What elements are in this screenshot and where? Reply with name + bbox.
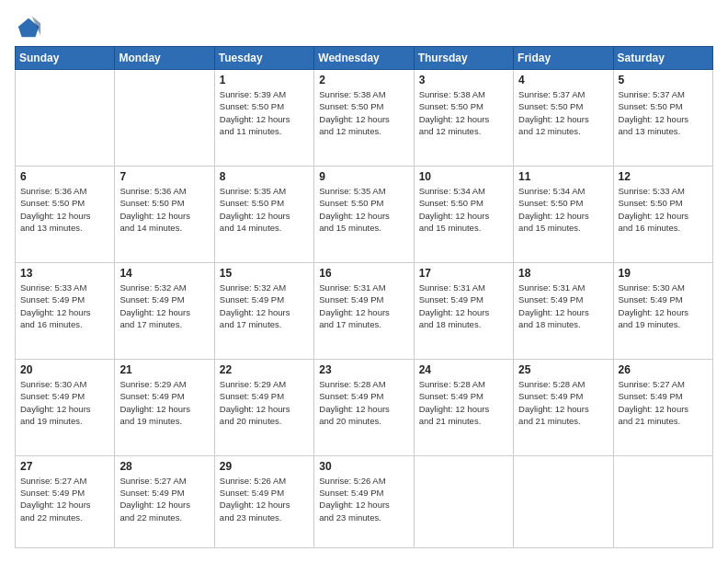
day-cell-16: 16Sunrise: 5:31 AM Sunset: 5:49 PM Dayli… — [314, 262, 414, 359]
day-info: Sunrise: 5:27 AM Sunset: 5:49 PM Dayligh… — [119, 475, 209, 523]
week-row-2: 6Sunrise: 5:36 AM Sunset: 5:50 PM Daylig… — [16, 166, 713, 262]
day-cell-10: 10Sunrise: 5:34 AM Sunset: 5:50 PM Dayli… — [414, 166, 513, 262]
calendar: SundayMondayTuesdayWednesdayThursdayFrid… — [15, 46, 713, 548]
day-header-friday: Friday — [514, 47, 613, 70]
week-row-5: 27Sunrise: 5:27 AM Sunset: 5:49 PM Dayli… — [16, 455, 713, 547]
day-info: Sunrise: 5:29 AM Sunset: 5:49 PM Dayligh… — [119, 378, 209, 427]
day-cell-22: 22Sunrise: 5:29 AM Sunset: 5:49 PM Dayli… — [214, 359, 313, 455]
day-cell-4: 4Sunrise: 5:37 AM Sunset: 5:50 PM Daylig… — [514, 70, 613, 167]
day-cell-29: 29Sunrise: 5:26 AM Sunset: 5:49 PM Dayli… — [214, 455, 313, 547]
day-number: 16 — [319, 267, 408, 280]
day-cell-19: 19Sunrise: 5:30 AM Sunset: 5:49 PM Dayli… — [613, 262, 712, 359]
day-info: Sunrise: 5:27 AM Sunset: 5:49 PM Dayligh… — [619, 378, 708, 427]
day-cell-21: 21Sunrise: 5:29 AM Sunset: 5:49 PM Dayli… — [115, 359, 214, 455]
day-number: 14 — [119, 267, 209, 280]
day-number: 2 — [319, 74, 408, 86]
day-number: 3 — [419, 74, 508, 86]
empty-cell — [414, 455, 513, 547]
day-number: 19 — [619, 267, 708, 280]
day-number: 21 — [119, 363, 209, 376]
empty-cell — [115, 70, 214, 167]
day-number: 1 — [220, 74, 309, 86]
day-cell-17: 17Sunrise: 5:31 AM Sunset: 5:49 PM Dayli… — [414, 262, 513, 359]
day-info: Sunrise: 5:33 AM Sunset: 5:50 PM Dayligh… — [619, 185, 708, 234]
day-number: 27 — [20, 460, 109, 473]
day-info: Sunrise: 5:31 AM Sunset: 5:49 PM Dayligh… — [518, 282, 608, 330]
day-cell-30: 30Sunrise: 5:26 AM Sunset: 5:49 PM Dayli… — [314, 455, 414, 547]
day-cell-13: 13Sunrise: 5:33 AM Sunset: 5:49 PM Dayli… — [16, 262, 115, 359]
day-cell-26: 26Sunrise: 5:27 AM Sunset: 5:49 PM Dayli… — [613, 359, 712, 455]
week-row-3: 13Sunrise: 5:33 AM Sunset: 5:49 PM Dayli… — [16, 262, 713, 359]
day-cell-14: 14Sunrise: 5:32 AM Sunset: 5:49 PM Dayli… — [115, 262, 214, 359]
day-number: 12 — [619, 170, 708, 183]
day-info: Sunrise: 5:36 AM Sunset: 5:50 PM Dayligh… — [119, 185, 209, 234]
day-info: Sunrise: 5:36 AM Sunset: 5:50 PM Dayligh… — [20, 185, 109, 234]
day-header-wednesday: Wednesday — [314, 47, 414, 70]
logo-icon — [17, 15, 42, 40]
day-number: 30 — [319, 460, 408, 473]
day-cell-11: 11Sunrise: 5:34 AM Sunset: 5:50 PM Dayli… — [514, 166, 613, 262]
empty-cell — [514, 455, 613, 547]
day-info: Sunrise: 5:34 AM Sunset: 5:50 PM Dayligh… — [419, 185, 508, 234]
day-cell-6: 6Sunrise: 5:36 AM Sunset: 5:50 PM Daylig… — [16, 166, 115, 262]
day-info: Sunrise: 5:34 AM Sunset: 5:50 PM Dayligh… — [518, 185, 608, 234]
day-number: 13 — [20, 267, 109, 280]
day-info: Sunrise: 5:28 AM Sunset: 5:49 PM Dayligh… — [419, 378, 508, 427]
day-number: 24 — [419, 363, 508, 376]
day-cell-5: 5Sunrise: 5:37 AM Sunset: 5:50 PM Daylig… — [613, 70, 712, 167]
day-number: 17 — [419, 267, 508, 280]
header-row: SundayMondayTuesdayWednesdayThursdayFrid… — [16, 47, 713, 70]
day-number: 15 — [220, 267, 309, 280]
day-number: 4 — [518, 74, 608, 86]
day-info: Sunrise: 5:35 AM Sunset: 5:50 PM Dayligh… — [319, 185, 408, 234]
day-info: Sunrise: 5:37 AM Sunset: 5:50 PM Dayligh… — [619, 88, 708, 137]
day-number: 7 — [119, 170, 209, 183]
day-header-monday: Monday — [115, 47, 214, 70]
day-number: 5 — [619, 74, 708, 86]
day-header-thursday: Thursday — [414, 47, 513, 70]
week-row-1: 1Sunrise: 5:39 AM Sunset: 5:50 PM Daylig… — [16, 70, 713, 167]
day-cell-25: 25Sunrise: 5:28 AM Sunset: 5:49 PM Dayli… — [514, 359, 613, 455]
day-info: Sunrise: 5:27 AM Sunset: 5:49 PM Dayligh… — [20, 475, 109, 523]
day-cell-27: 27Sunrise: 5:27 AM Sunset: 5:49 PM Dayli… — [16, 455, 115, 547]
day-info: Sunrise: 5:38 AM Sunset: 5:50 PM Dayligh… — [419, 88, 508, 137]
day-cell-28: 28Sunrise: 5:27 AM Sunset: 5:49 PM Dayli… — [115, 455, 214, 547]
day-cell-20: 20Sunrise: 5:30 AM Sunset: 5:49 PM Dayli… — [16, 359, 115, 455]
day-number: 10 — [419, 170, 508, 183]
day-info: Sunrise: 5:29 AM Sunset: 5:49 PM Dayligh… — [220, 378, 309, 427]
day-number: 20 — [20, 363, 109, 376]
day-info: Sunrise: 5:26 AM Sunset: 5:49 PM Dayligh… — [220, 475, 309, 523]
day-info: Sunrise: 5:30 AM Sunset: 5:49 PM Dayligh… — [20, 378, 109, 427]
day-info: Sunrise: 5:38 AM Sunset: 5:50 PM Dayligh… — [319, 88, 408, 137]
day-cell-23: 23Sunrise: 5:28 AM Sunset: 5:49 PM Dayli… — [314, 359, 414, 455]
day-cell-1: 1Sunrise: 5:39 AM Sunset: 5:50 PM Daylig… — [214, 70, 313, 167]
day-cell-3: 3Sunrise: 5:38 AM Sunset: 5:50 PM Daylig… — [414, 70, 513, 167]
header — [15, 15, 713, 37]
day-cell-8: 8Sunrise: 5:35 AM Sunset: 5:50 PM Daylig… — [214, 166, 313, 262]
page: SundayMondayTuesdayWednesdayThursdayFrid… — [0, 0, 728, 563]
day-info: Sunrise: 5:35 AM Sunset: 5:50 PM Dayligh… — [220, 185, 309, 234]
day-number: 9 — [319, 170, 408, 183]
day-info: Sunrise: 5:30 AM Sunset: 5:49 PM Dayligh… — [619, 282, 708, 330]
day-info: Sunrise: 5:33 AM Sunset: 5:49 PM Dayligh… — [20, 282, 109, 330]
day-number: 25 — [518, 363, 608, 376]
day-cell-15: 15Sunrise: 5:32 AM Sunset: 5:49 PM Dayli… — [214, 262, 313, 359]
empty-cell — [16, 70, 115, 167]
day-number: 6 — [20, 170, 109, 183]
day-number: 22 — [220, 363, 309, 376]
day-number: 28 — [119, 460, 209, 473]
day-cell-7: 7Sunrise: 5:36 AM Sunset: 5:50 PM Daylig… — [115, 166, 214, 262]
day-info: Sunrise: 5:28 AM Sunset: 5:49 PM Dayligh… — [319, 378, 408, 427]
day-number: 26 — [619, 363, 708, 376]
empty-cell — [613, 455, 712, 547]
day-number: 11 — [518, 170, 608, 183]
day-header-sunday: Sunday — [16, 47, 115, 70]
day-cell-9: 9Sunrise: 5:35 AM Sunset: 5:50 PM Daylig… — [314, 166, 414, 262]
day-header-saturday: Saturday — [613, 47, 712, 70]
day-number: 8 — [220, 170, 309, 183]
day-info: Sunrise: 5:37 AM Sunset: 5:50 PM Dayligh… — [518, 88, 608, 137]
day-info: Sunrise: 5:26 AM Sunset: 5:49 PM Dayligh… — [319, 475, 408, 523]
day-info: Sunrise: 5:31 AM Sunset: 5:49 PM Dayligh… — [419, 282, 508, 330]
day-cell-18: 18Sunrise: 5:31 AM Sunset: 5:49 PM Dayli… — [514, 262, 613, 359]
day-info: Sunrise: 5:32 AM Sunset: 5:49 PM Dayligh… — [220, 282, 309, 330]
